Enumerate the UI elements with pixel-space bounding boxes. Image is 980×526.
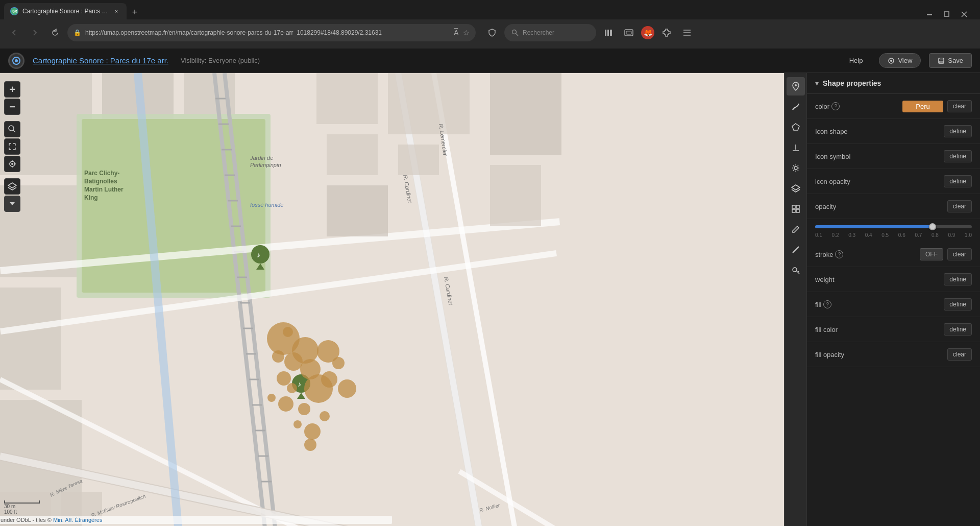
svg-point-86: [267, 322, 300, 355]
svg-rect-8: [605, 30, 606, 36]
bookmark-icon[interactable]: ☆: [463, 29, 470, 37]
help-button[interactable]: Help: [841, 54, 871, 67]
stroke-clear-button[interactable]: clear: [947, 248, 972, 260]
fill-help-icon[interactable]: ?: [823, 300, 831, 308]
map-attribution: map data © OpenStreetMap contributors un…: [0, 516, 392, 524]
icon-opacity-label: icon opacity: [815, 178, 940, 185]
search-button[interactable]: [4, 121, 20, 137]
icon-shape-define-button[interactable]: define: [944, 125, 972, 137]
panel-collapse-icon[interactable]: ▾: [815, 79, 819, 87]
icon-symbol-define-button[interactable]: define: [944, 150, 972, 162]
svg-text:R. Lemercier: R. Lemercier: [438, 124, 449, 157]
icon-symbol-label: Icon symbol: [815, 153, 940, 160]
svg-rect-24: [0, 73, 806, 526]
new-tab-button[interactable]: +: [128, 5, 142, 19]
library-icon[interactable]: [600, 25, 617, 41]
svg-point-106: [9, 126, 14, 131]
back-button[interactable]: [6, 25, 22, 41]
line-tool[interactable]: [787, 241, 805, 259]
color-help-icon[interactable]: ?: [831, 102, 840, 110]
menu-button[interactable]: [679, 25, 695, 41]
grid-tool[interactable]: [787, 200, 805, 218]
svg-rect-23: [939, 61, 943, 63]
navigation-bar: 🔒 https://umap.openstreetmap.fr/en/map/c…: [0, 19, 980, 46]
fill-color-label: fill color: [815, 326, 940, 333]
svg-rect-61: [388, 73, 470, 134]
synced-tabs-icon[interactable]: [621, 25, 637, 41]
svg-marker-120: [792, 185, 800, 190]
svg-point-93: [321, 371, 337, 388]
zoom-in-button[interactable]: +: [4, 81, 20, 98]
extensions-icon[interactable]: [658, 25, 675, 41]
tab-close-button[interactable]: ×: [112, 7, 120, 15]
svg-point-18: [15, 59, 18, 62]
fill-opacity-clear-button[interactable]: clear: [947, 348, 972, 361]
firefox-account-icon[interactable]: 🦊: [641, 26, 654, 39]
svg-rect-30: [184, 73, 235, 114]
svg-point-119: [794, 166, 797, 170]
search-bar[interactable]: Rechercher: [504, 24, 596, 41]
svg-point-84: [292, 374, 310, 393]
min-aff-link[interactable]: Min. Aff. Étrangères: [53, 517, 102, 523]
stroke-toggle-button[interactable]: OFF: [920, 248, 943, 260]
weight-section: weight define: [807, 267, 980, 292]
fill-color-define-button[interactable]: define: [944, 323, 972, 336]
reload-button[interactable]: [47, 25, 63, 41]
panel-title: Shape properties: [823, 79, 881, 87]
edit-tool[interactable]: [787, 220, 805, 238]
opacity-clear-button[interactable]: clear: [947, 200, 972, 212]
svg-text:♪: ♪: [298, 380, 301, 388]
svg-text:Perlimpinpin: Perlimpinpin: [250, 162, 281, 168]
svg-rect-32: [82, 119, 265, 293]
active-tab[interactable]: 🗺 Cartographie Sonore : Parcs du... ×: [4, 3, 127, 19]
layers-tool[interactable]: [787, 179, 805, 198]
svg-rect-122: [796, 205, 799, 208]
more-button[interactable]: [4, 196, 20, 212]
slider-track[interactable]: [815, 225, 972, 228]
address-bar[interactable]: 🔒 https://umap.openstreetmap.fr/en/map/c…: [67, 24, 476, 41]
fullscreen-button[interactable]: [4, 138, 20, 155]
svg-point-95: [332, 357, 345, 369]
icon-opacity-define-button[interactable]: define: [944, 175, 972, 187]
slider-thumb[interactable]: [929, 223, 936, 230]
color-clear-button[interactable]: clear: [947, 100, 972, 112]
window-restore-button[interactable]: [939, 9, 954, 19]
forward-button[interactable]: [27, 25, 43, 41]
shield-icon[interactable]: [484, 25, 500, 41]
svg-point-105: [267, 394, 276, 402]
view-button[interactable]: View: [879, 53, 921, 68]
svg-point-88: [284, 352, 303, 371]
svg-point-103: [304, 439, 316, 451]
zoom-out-button[interactable]: −: [4, 99, 20, 115]
settings-tool[interactable]: [787, 159, 805, 177]
tab-favicon: 🗺: [10, 7, 18, 15]
upload-tool[interactable]: [787, 138, 805, 157]
layers-button[interactable]: [4, 178, 20, 195]
color-swatch[interactable]: Peru: [902, 101, 943, 112]
svg-rect-3: [944, 12, 949, 16]
stroke-help-icon[interactable]: ?: [835, 250, 843, 258]
window-close-button[interactable]: [957, 9, 972, 19]
polygon-tool[interactable]: [787, 118, 805, 136]
save-button[interactable]: Save: [929, 53, 972, 68]
geolocate-button[interactable]: [4, 156, 20, 172]
map-area[interactable]: R. Cardinet R. Cardinet R. Lemercier Par…: [0, 73, 806, 526]
svg-rect-65: [490, 165, 541, 226]
location-marker-tool[interactable]: [787, 77, 805, 95]
svg-rect-22: [940, 58, 943, 60]
path-tool[interactable]: [787, 98, 805, 116]
icon-symbol-section: Icon symbol define: [807, 144, 980, 169]
opacity-slider-container: 0.1 0.2 0.3 0.4 0.5 0.6 0.7 0.8 0.9 1.0: [807, 219, 980, 242]
svg-marker-114: [8, 183, 16, 188]
svg-point-96: [338, 379, 356, 398]
icon-shape-label: Icon shape: [815, 128, 940, 135]
svg-point-109: [11, 163, 13, 165]
key-tool[interactable]: [787, 261, 805, 279]
window-minimize-button[interactable]: [922, 9, 937, 19]
layers-icon: [8, 182, 17, 191]
fill-define-button[interactable]: define: [944, 298, 972, 310]
translate-icon[interactable]: A̅: [454, 29, 459, 37]
app-title[interactable]: Cartographie Sonore : Parcs du 17e arr.: [33, 56, 168, 65]
weight-define-button[interactable]: define: [944, 273, 972, 285]
map-controls-left: + −: [4, 81, 20, 212]
